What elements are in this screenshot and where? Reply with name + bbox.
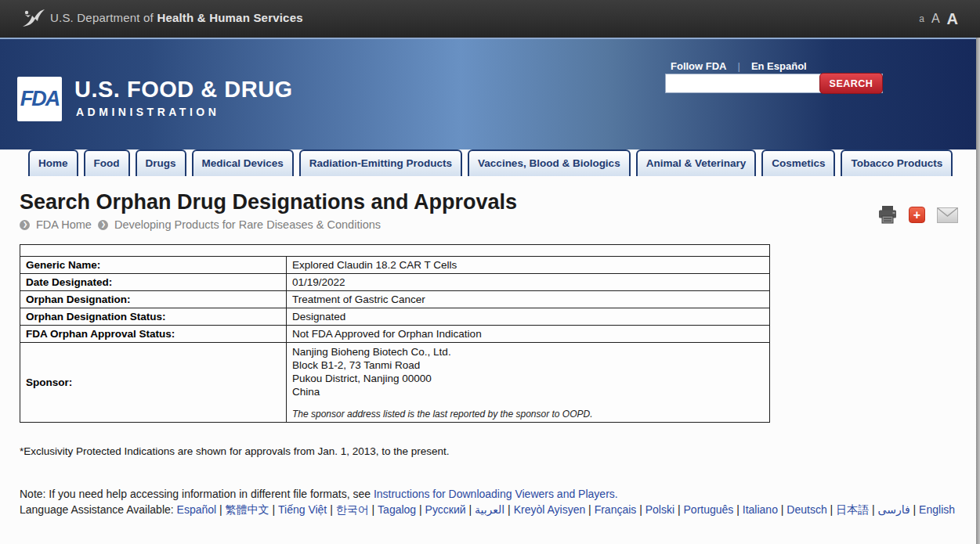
language-link[interactable]: English (919, 503, 955, 516)
language-link[interactable]: فارسی (878, 503, 910, 516)
hhs-department-prefix: U.S. Department of (50, 11, 154, 24)
email-icon[interactable] (937, 207, 958, 223)
note-text: Note: If you need help accessing informa… (20, 488, 374, 500)
language-assistance-label: Language Assistance Available: (20, 503, 174, 516)
nav-tab-food[interactable]: Food (84, 150, 130, 176)
exclusivity-footnote: *Exclusivity Protected Indications are s… (20, 445, 450, 457)
nav-tab-cosmetics[interactable]: Cosmetics (761, 150, 835, 176)
language-link[interactable]: 繁體中文 (226, 503, 269, 516)
record-table-body: Generic Name:Explored Claudin 18.2 CAR T… (20, 245, 770, 423)
breadcrumb-rare-diseases-link[interactable]: Developing Products for Rare Diseases & … (114, 218, 381, 231)
row-label: Orphan Designation: (20, 291, 287, 308)
table-row: Date Designated:01/19/2022 (20, 274, 770, 291)
breadcrumb-arrow-icon: ❯ (20, 220, 30, 230)
nav-tab-home[interactable]: Home (28, 150, 78, 176)
language-link[interactable]: Português (684, 503, 734, 516)
language-link[interactable]: Français (595, 503, 637, 516)
print-icon[interactable] (878, 206, 897, 224)
row-value: Treatment of Gastric Cancer (287, 291, 770, 308)
row-label: FDA Orphan Approval Status: (20, 326, 287, 343)
nav-tab-drugs[interactable]: Drugs (136, 150, 186, 176)
header-link-separator: | (727, 60, 751, 72)
font-size-controls: a A A (919, 0, 958, 38)
row-label: Generic Name: (20, 257, 287, 274)
row-value: 01/19/2022 (287, 274, 770, 291)
language-links: Español | 繁體中文 | Tiếng Việt | 한국어 | Taga… (177, 503, 955, 516)
scrollbar[interactable] (976, 38, 980, 544)
spacer-cell (20, 245, 770, 257)
table-row: Orphan Designation:Treatment of Gastric … (20, 291, 770, 308)
file-formats-note: Note: If you need help accessing informa… (20, 488, 618, 500)
hhs-eagle-icon (20, 6, 45, 31)
download-viewers-link[interactable]: Instructions for Downloading Viewers and… (374, 488, 618, 500)
language-link[interactable]: Italiano (743, 503, 778, 516)
language-link[interactable]: Kreyòl Ayisyen (514, 503, 586, 516)
breadcrumb: ❯ FDA Home ❯ Developing Products for Rar… (20, 218, 381, 231)
language-link[interactable]: Polski (645, 503, 674, 516)
share-icon[interactable]: + (909, 207, 925, 223)
row-value: Explored Claudin 18.2 CAR T Cells (287, 257, 770, 274)
language-link[interactable]: Deutsch (787, 503, 826, 516)
fda-logo[interactable]: FDA (17, 77, 62, 121)
nav-tab-tobacco-products[interactable]: Tobacco Products (841, 150, 953, 176)
language-link[interactable]: 日本語 (836, 503, 869, 516)
row-value: Nanjing Bioheng Biotech Co., Ltd.Block B… (287, 343, 770, 423)
row-label: Sponsor: (20, 343, 287, 423)
en-espanol-link[interactable]: En Español (751, 60, 807, 72)
fda-logo-text: FDA (20, 87, 60, 111)
table-row: Generic Name:Explored Claudin 18.2 CAR T… (20, 257, 770, 274)
table-row: Sponsor:Nanjing Bioheng Biotech Co., Ltd… (20, 343, 770, 423)
language-link[interactable]: Español (177, 503, 217, 516)
nav-tab-animal-veterinary[interactable]: Animal & Veterinary (636, 150, 757, 176)
org-name-line2: ADMINISTRATION (76, 106, 219, 118)
table-row: Orphan Designation Status:Designated (20, 308, 770, 326)
nav-tab-radiation-emitting-products[interactable]: Radiation-Emitting Products (299, 150, 462, 176)
language-link[interactable]: Tagalog (378, 503, 416, 516)
hhs-top-bar: U.S. Department of Health & Human Servic… (0, 0, 980, 38)
language-link[interactable]: العربية (475, 503, 504, 516)
language-link[interactable]: Русский (425, 503, 466, 516)
fda-webpage: U.S. Department of Health & Human Servic… (0, 0, 980, 544)
font-size-large-button[interactable]: A (947, 10, 958, 28)
main-content: Search Orphan Drug Designations and Appr… (0, 176, 980, 544)
follow-fda-link[interactable]: Follow FDA (671, 60, 727, 72)
nav-tab-vaccines-blood-biologics[interactable]: Vaccines, Blood & Biologics (468, 150, 631, 176)
row-label: Date Designated: (20, 274, 287, 291)
table-spacer-row (20, 245, 770, 257)
language-link[interactable]: 한국어 (336, 503, 369, 516)
language-assistance: Language Assistance Available: Español |… (20, 503, 969, 517)
orphan-drug-record-table: Generic Name:Explored Claudin 18.2 CAR T… (20, 244, 770, 423)
search-button[interactable]: SEARCH (819, 73, 883, 94)
hhs-department-name: Health & Human Services (157, 11, 302, 24)
hhs-department-label: U.S. Department of Health & Human Servic… (50, 11, 303, 24)
row-value: Not FDA Approved for Orphan Indication (287, 326, 770, 343)
page-action-icons: + (878, 206, 958, 224)
fda-header: FDA U.S. FOOD & DRUG ADMINISTRATION Foll… (0, 38, 980, 150)
page-title: Search Orphan Drug Designations and Appr… (20, 190, 517, 214)
nav-tab-medical-devices[interactable]: Medical Devices (192, 150, 294, 176)
main-nav: HomeFoodDrugsMedical DevicesRadiation-Em… (28, 150, 953, 176)
sponsor-address-line: China (292, 385, 764, 398)
sponsor-address-line: Pukou District, Nanjing 00000 (292, 372, 764, 385)
breadcrumb-arrow-icon: ❯ (98, 220, 108, 230)
org-name-line1: U.S. FOOD & DRUG (74, 77, 293, 103)
table-row: FDA Orphan Approval Status:Not FDA Appro… (20, 326, 770, 343)
font-size-medium-button[interactable]: A (931, 12, 940, 26)
row-value: Designated (287, 308, 770, 326)
sponsor-address-line: Block B1-2, 73 Tanmi Road (292, 358, 764, 372)
row-label: Orphan Designation Status: (20, 308, 287, 326)
header-links: Follow FDA|En Español (671, 60, 807, 72)
breadcrumb-fda-home-link[interactable]: FDA Home (36, 218, 92, 231)
site-search: SEARCH (665, 74, 883, 93)
font-size-small-button[interactable]: a (919, 13, 924, 24)
sponsor-address-note: The sponsor address listed is the last r… (292, 409, 764, 420)
language-link[interactable]: Tiếng Việt (278, 503, 327, 516)
sponsor-address-line: Nanjing Bioheng Biotech Co., Ltd. (292, 345, 764, 358)
